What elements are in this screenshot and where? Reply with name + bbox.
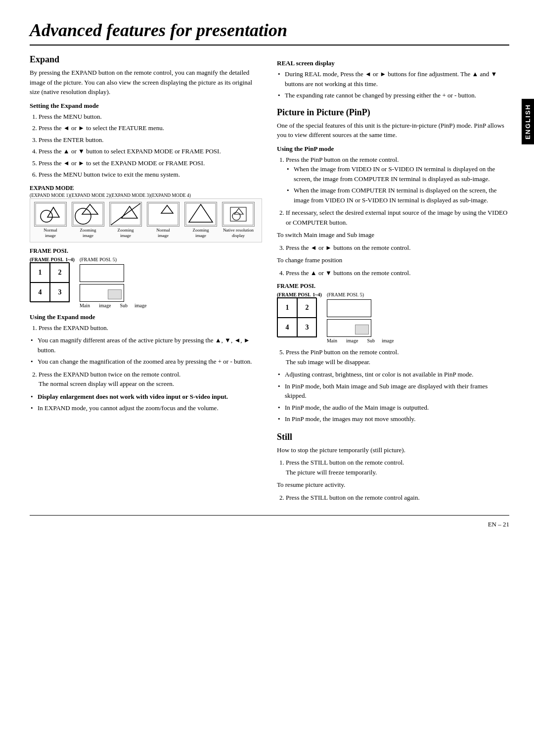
- pinp-end-bullet-2: In PinP mode, both Main image and Sub im…: [277, 381, 509, 401]
- step-6: Press the MENU button twice to exit the …: [39, 170, 262, 180]
- expand-mode-sub2: (EXPAND MODE 2): [70, 193, 110, 198]
- pinp-bullets: When the image from VIDEO IN or S-VIDEO …: [286, 164, 509, 205]
- fp-sub-box-pinp: [327, 319, 371, 337]
- setting-steps-list: Press the MENU button. Press the ◄ or ► …: [39, 112, 262, 180]
- fp-right-boxes: [80, 264, 147, 302]
- fp-right: (FRAME POSI. 5): [80, 257, 147, 308]
- pinp-frame-cell-3: 3: [297, 318, 317, 337]
- frame-cell-3: 3: [50, 283, 70, 302]
- pinp-step5: Press the PinP button on the remote cont…: [286, 347, 509, 367]
- real-screen-bullets: During REAL mode, Press the ◄ or ► butto…: [277, 69, 509, 100]
- svg-marker-9: [122, 206, 137, 218]
- fp-captions-pinp: Main image Sub image: [327, 338, 394, 343]
- fp-sub-box: [80, 284, 124, 302]
- step-3: Press the ENTER button.: [39, 135, 262, 145]
- mode-5-svg: [185, 202, 217, 226]
- page-number: EN – 21: [488, 520, 509, 528]
- using-bullet-1: You can magnify different areas of the a…: [30, 335, 262, 355]
- mode-2-caption: Zooming image: [80, 228, 96, 239]
- fp-sub-row: [80, 284, 147, 302]
- switch-label: To switch Main image and Sub image: [277, 230, 509, 240]
- fp-sub-small: [108, 289, 122, 299]
- warning-bullet-2: In EXPAND mode, you cannot adjust the zo…: [30, 403, 262, 413]
- frame-grid-left: 1 2 4 3: [30, 262, 69, 302]
- fp-right-pinp: (FRAME POSI. 5): [327, 292, 394, 343]
- pinp-intro: One of the special features of this unit…: [277, 121, 509, 140]
- using-bullets: You can magnify different areas of the a…: [30, 335, 262, 367]
- pinp-end-bullet-4: In PinP mode, the images may not move sm…: [277, 414, 509, 424]
- real-bullet-2: The expanding rate cannot be changed by …: [277, 91, 509, 100]
- pinp-step-5: Press the PinP button on the remote cont…: [286, 347, 509, 367]
- mode-4-svg: [147, 202, 179, 226]
- using-step-2: Press the EXPAND button twice on the rem…: [39, 370, 262, 389]
- resume-label: To resume picture activity.: [277, 480, 509, 490]
- page-title: Advanced features for presentation: [30, 20, 509, 46]
- expand-mode-sub1: (EXPAND MODE 1): [30, 193, 70, 198]
- frame-posi-label-pinp: FRAME POSI.: [277, 283, 509, 290]
- pinp-end-bullet-3: In PinP mode, the audio of the Main imag…: [277, 403, 509, 413]
- real-bullet-1: During REAL mode, Press the ◄ or ► butto…: [277, 69, 509, 89]
- frame-posi-diagram-left: FRAME POSI. (FRAME POSI. 1~4) 1 2 4: [30, 247, 262, 308]
- mode-6-caption: Native resolution display: [223, 228, 254, 239]
- sidebar-english: ENGLISH: [522, 99, 534, 144]
- pinp-frame-cell-2: 2: [297, 298, 317, 318]
- pinp-bullet-1: When the image from VIDEO IN or S-VIDEO …: [286, 164, 509, 184]
- still-step2: Press the STILL button on the remote con…: [286, 493, 509, 503]
- expand-section: Expand By pressing the EXPAND button on …: [30, 54, 262, 413]
- svg-marker-2: [47, 207, 59, 217]
- pinp-step-1: Press the PinP button on the remote cont…: [286, 155, 509, 205]
- mode-2-box: [72, 202, 104, 227]
- setting-expand-title: Setting the Expand mode: [30, 102, 262, 110]
- using-step2: Press the EXPAND button twice on the rem…: [39, 370, 262, 389]
- fp-sublabel3-pinp: (FRAME POSI. 5): [327, 292, 394, 297]
- page: Advanced features for presentation Expan…: [0, 0, 534, 756]
- fp-sublabels-pinp: (FRAME POSI. 1~4): [277, 292, 322, 297]
- mode-4-caption: Normal image: [156, 228, 170, 239]
- fp-main-box-pinp: [327, 299, 371, 317]
- expand-mode-6: Native resolution display: [221, 202, 256, 239]
- fp-right-boxes-pinp: [327, 299, 394, 337]
- switch-step-3: Press the ◄ or ► buttons on the remote c…: [286, 243, 509, 253]
- using-steps: Press the EXPAND button.: [39, 323, 262, 333]
- pinp-section: Picture in Picture (PinP) One of the spe…: [277, 107, 509, 424]
- step-4: Press the ▲ or ▼ button to select EXPAND…: [39, 146, 262, 156]
- frame-cell-4: 4: [30, 283, 50, 302]
- frame-grid-pinp: 1 2 4 3: [277, 297, 316, 337]
- still-section: Still How to stop the picture temporaril…: [277, 432, 509, 503]
- mode-3-caption: Zooming image: [118, 228, 134, 239]
- frame-posi-label-left: FRAME POSI.: [30, 247, 262, 255]
- warning-bullets: Display enlargement does not work with v…: [30, 392, 262, 413]
- pinp-frame-cell-4: 4: [277, 318, 297, 337]
- right-column: REAL screen display During REAL mode, Pr…: [277, 54, 509, 505]
- step-1: Press the MENU button.: [39, 112, 262, 122]
- fp-left-pinp: (FRAME POSI. 1~4) 1 2 4 3: [277, 292, 322, 337]
- svg-marker-12: [161, 205, 173, 213]
- expand-intro: By pressing the EXPAND button on the rem…: [30, 68, 262, 97]
- mode-4-box: [147, 202, 179, 227]
- two-column-layout: Expand By pressing the EXPAND button on …: [30, 54, 509, 505]
- expand-mode-sub4: (EXPAND MODE 4): [150, 193, 190, 198]
- svg-marker-14: [189, 204, 213, 222]
- fp-captions: Main image Sub image: [80, 303, 147, 308]
- fp-sub-small-pinp: [355, 325, 369, 334]
- svg-point-18: [232, 212, 240, 220]
- using-expand-title: Using the Expand mode: [30, 313, 262, 321]
- mode-5-box: [184, 202, 217, 227]
- still-step-2: Press the STILL button on the remote con…: [286, 493, 509, 503]
- step-5: Press the ◄ or ► to set the EXPAND MODE …: [39, 158, 262, 168]
- expand-title: Expand: [30, 54, 262, 65]
- expand-mode-3: Zooming image: [108, 202, 143, 239]
- expand-mode-2: Zooming image: [71, 202, 105, 239]
- expand-modes-row: Normal image: [30, 198, 262, 242]
- mode-6-box: [222, 202, 255, 227]
- mode-3-svg: [110, 202, 141, 226]
- svg-point-4: [75, 208, 91, 224]
- frame-posi-layout-pinp: (FRAME POSI. 1~4) 1 2 4 3 (FRAME PO: [277, 292, 509, 343]
- real-screen-section: REAL screen display During REAL mode, Pr…: [277, 59, 509, 100]
- fp-sub-row-pinp: [327, 319, 394, 337]
- pinp-end-bullets: Adjusting contrast, brightness, tint or …: [277, 370, 509, 424]
- still-title: Still: [277, 432, 509, 442]
- still-intro: How to stop the picture temporarily (sti…: [277, 445, 509, 455]
- expand-mode-sub3: (EXPAND MODE 3): [110, 193, 150, 198]
- frame-posi-layout-left: (FRAME POSI. 1~4) 1 2 4 3 (FRAME PO: [30, 257, 262, 308]
